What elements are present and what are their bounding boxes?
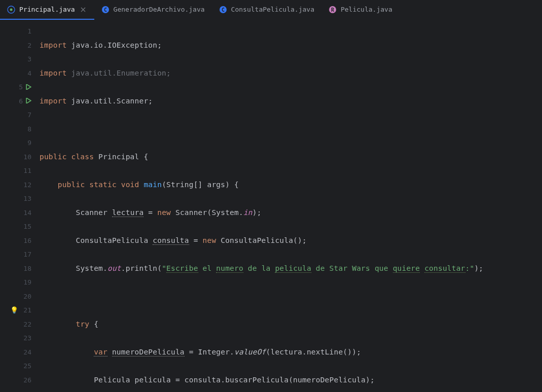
- code-editor[interactable]: 1 2 3 4 5 6 7 8 9 10 11 12 13 14 15 16 1…: [0, 20, 542, 392]
- line-number: 23: [21, 334, 31, 342]
- line-number: 5: [13, 83, 23, 91]
- editor-tab-bar: Principal.java C GeneradorDeArchivo.java…: [0, 0, 542, 20]
- line-number: 12: [21, 181, 31, 189]
- line-number: 21: [21, 306, 31, 314]
- line-number: 18: [21, 265, 31, 272]
- svg-point-1: [10, 8, 13, 11]
- tab-label: ConsultaPelicula.java: [231, 6, 314, 13]
- line-number: 6: [13, 97, 23, 105]
- tab-pelicula[interactable]: R Pelicula.java: [321, 0, 400, 20]
- intention-bulb-icon[interactable]: 💡: [10, 306, 18, 314]
- line-number: 1: [21, 27, 31, 35]
- line-number: 3: [21, 55, 31, 63]
- line-number: 26: [21, 376, 31, 384]
- line-number: 14: [21, 209, 31, 217]
- tab-generador[interactable]: C GeneradorDeArchivo.java: [94, 0, 212, 20]
- close-icon[interactable]: [79, 6, 87, 14]
- line-number: 15: [21, 223, 31, 230]
- svg-text:C: C: [222, 7, 225, 12]
- svg-text:R: R: [331, 7, 335, 12]
- line-number: 7: [21, 111, 31, 119]
- line-number: 8: [21, 125, 31, 133]
- tab-label: Pelicula.java: [341, 6, 392, 13]
- run-icon[interactable]: [26, 83, 31, 91]
- line-number: 17: [21, 251, 31, 258]
- run-icon[interactable]: [26, 97, 31, 105]
- line-number: 2: [21, 42, 31, 49]
- line-number: 22: [21, 320, 31, 328]
- line-number: 19: [21, 278, 31, 286]
- line-number: 9: [21, 139, 31, 147]
- line-number: 24: [21, 348, 31, 356]
- tab-label: Principal.java: [19, 6, 75, 13]
- line-number: 11: [21, 167, 31, 174]
- java-class-icon: [7, 6, 15, 14]
- line-number: 10: [21, 153, 31, 161]
- java-class-icon: C: [219, 6, 227, 14]
- code-area[interactable]: import java.io.IOException; import java.…: [37, 20, 542, 392]
- tab-consulta[interactable]: C ConsultaPelicula.java: [212, 0, 321, 20]
- line-number: 20: [21, 293, 31, 300]
- tab-label: GeneradorDeArchivo.java: [114, 6, 205, 13]
- line-number: 16: [21, 237, 31, 244]
- line-number: 4: [21, 69, 31, 77]
- line-number: 25: [21, 362, 31, 370]
- java-record-icon: R: [329, 6, 337, 14]
- java-class-icon: C: [101, 6, 110, 14]
- gutter: 1 2 3 4 5 6 7 8 9 10 11 12 13 14 15 16 1…: [0, 20, 37, 392]
- tab-principal[interactable]: Principal.java: [0, 0, 94, 20]
- svg-text:C: C: [104, 7, 107, 12]
- line-number: 13: [21, 195, 31, 202]
